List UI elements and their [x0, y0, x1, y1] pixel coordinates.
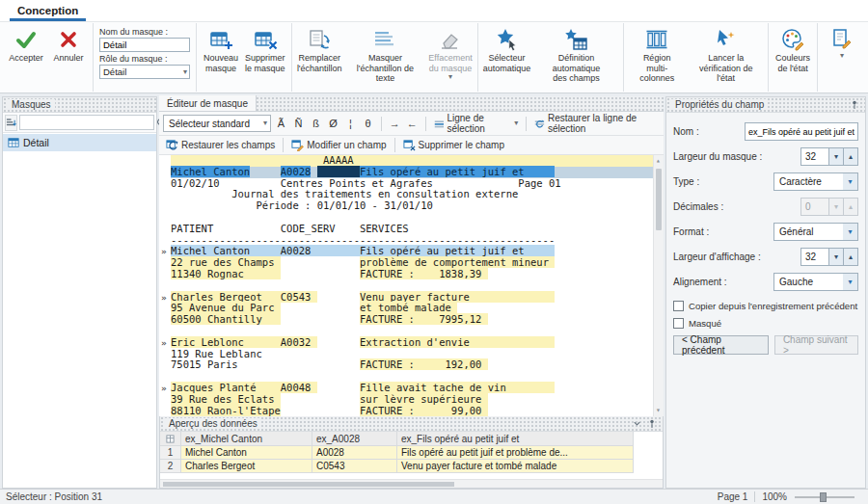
chevron-down-icon[interactable] [631, 418, 643, 430]
edit-field-icon [291, 139, 304, 151]
decimals-value: 0 [800, 198, 829, 216]
restore-fields-button[interactable]: Restaurer les champs [163, 137, 278, 154]
editor-line[interactable]: 88110 Raon-l'Etape FACTURE : 99,00 [171, 406, 664, 416]
multicolumn-region-button[interactable]: Région multi-colonnes [627, 25, 687, 86]
editor-line[interactable]: 11340 Rognac FACTURE : 1838,39 [171, 269, 664, 280]
mask-width-value[interactable]: 32 [800, 147, 829, 166]
run-state-check-button[interactable]: Lancer la vérification de l'état [687, 25, 765, 86]
alignment-select[interactable]: Gauche [773, 273, 858, 291]
editor-line[interactable]: 75015 Paris FACTURE : 192,00 [171, 359, 664, 371]
zoom-level[interactable]: 100% [762, 491, 787, 502]
preview-cell[interactable]: Michel Canton [181, 446, 312, 460]
spin-down-button[interactable] [829, 147, 844, 166]
ribbon: Conception Accepter Annuler Nom du masqu… [0, 0, 868, 93]
columns-icon [644, 27, 669, 52]
preview-row[interactable]: 1Michel CantonA0028Fils opéré au petit j… [160, 446, 663, 460]
scrollbar-thumb[interactable] [163, 482, 454, 487]
mask-name-input[interactable] [99, 38, 190, 52]
delete-field-button[interactable]: Supprimer le champ [400, 137, 507, 154]
preview-column-header[interactable]: ex_Fils opéré au petit juif et [397, 432, 634, 446]
masks-list-item[interactable]: Détail [3, 134, 156, 151]
preview-cell[interactable]: Charles Bergeot [181, 460, 312, 473]
preview-column-header[interactable]: ex_A0028 [312, 432, 397, 446]
properties-body: Nom : Largeur du masque : 32 Type : Cara… [666, 113, 865, 355]
pin-icon[interactable] [848, 99, 860, 111]
edit-field-button[interactable]: Modifier un champ [288, 137, 389, 154]
tab-conception[interactable]: Conception [10, 1, 86, 21]
tab-mask-editor[interactable]: Éditeur de masque [159, 95, 257, 111]
mask-role-select[interactable]: Détail [99, 65, 190, 79]
toolbar-separator [394, 138, 395, 152]
ribbon-group-auto: Sélecteur automatique Définition automat… [478, 23, 624, 92]
selection-line-dropdown[interactable]: Ligne de sélection [431, 115, 521, 132]
new-mask-button[interactable]: Nouveau masque [200, 25, 242, 75]
field-name-input[interactable] [745, 122, 858, 141]
display-width-value[interactable]: 32 [800, 248, 829, 266]
cancel-button[interactable]: Annuler [47, 25, 90, 66]
preview-panel-header: Aperçu des données [160, 416, 663, 432]
hide-sample-icon [372, 27, 397, 52]
copy-previous-checkbox[interactable] [673, 301, 684, 311]
scrollbar-thumb[interactable] [656, 169, 662, 230]
format-select[interactable]: Général [773, 223, 858, 241]
preview-cell[interactable]: C0543 [312, 460, 397, 473]
auto-selector-button[interactable]: Sélecteur automatique [481, 25, 532, 75]
spin-up-button[interactable] [844, 248, 858, 266]
trap-character-button[interactable]: Ñ [290, 115, 307, 132]
trap-character-button[interactable]: θ [360, 115, 376, 132]
preview-cell[interactable]: Venu payer facture et tombé malade [397, 460, 634, 473]
editor-line[interactable]: 39 Rue des Eclats sur lèvre supérieure [171, 394, 664, 406]
preview-cell[interactable]: A0028 [312, 446, 397, 460]
masks-panel-title: Masques [8, 99, 55, 110]
delete-mask-button[interactable]: Supprimer le masque [242, 25, 288, 75]
edit-document-button[interactable] [821, 25, 863, 62]
preview-row[interactable]: 2Charles BergeotC0543Venu payer facture … [160, 460, 663, 473]
editor-vertical-scrollbar[interactable] [653, 155, 664, 416]
trap-buttons: ÃÑßØ¦θ [273, 115, 376, 132]
pin-icon[interactable] [645, 418, 658, 430]
accept-button[interactable]: Accepter [5, 25, 47, 66]
spin-up-button[interactable] [844, 147, 858, 166]
next-field-button[interactable]: Champ suivant > [774, 335, 858, 355]
replace-sample-button[interactable]: Remplacer l'échantillon [295, 25, 344, 75]
editor-line[interactable]: 60500 Chantilly FACTURE : 7995,12 [171, 314, 664, 326]
mask-width-label: Largeur du masque : [673, 151, 800, 162]
state-colors-button[interactable]: Couleurs de l'état [772, 25, 814, 75]
preview-body: 1Michel CantonA0028Fils opéré au petit j… [160, 446, 663, 473]
ribbon-group-extra [818, 23, 866, 92]
mask-editor-content[interactable]: ÃÃÃÃÃMichel Canton A0028 Fils opéré au p… [159, 155, 664, 416]
editor-line[interactable] [171, 326, 664, 337]
preview-cell[interactable]: Fils opéré au petit juif et problème de.… [397, 446, 634, 460]
editor-line[interactable] [171, 280, 664, 292]
editor-toolbar-row1: Sélecteur standard ÃÑßØ¦θ →← Ligne de sé… [159, 112, 664, 136]
zoom-slider-thumb[interactable] [820, 492, 827, 502]
editor-line[interactable]: Période : 01/01/10 - 31/01/10 [171, 200, 664, 212]
trap-character-button[interactable]: Ã [273, 115, 289, 132]
editor-line[interactable]: »Jacques Planté A0048 Fille avait tache … [171, 383, 664, 394]
hide-sample-button[interactable]: Masquer l'échantillon de texte [344, 25, 426, 86]
trap-character-button[interactable]: ß [308, 115, 324, 132]
auto-fields-button[interactable]: Définition automatique des champs [532, 25, 620, 86]
chevron-down-icon [183, 68, 187, 76]
trap-character-button[interactable]: ¦ [342, 115, 359, 132]
sort-button[interactable] [5, 115, 17, 131]
shift-arrow-button[interactable]: → [387, 115, 403, 132]
shift-arrow-button[interactable]: ← [404, 115, 420, 132]
zoom-slider[interactable] [795, 496, 854, 498]
masks-search-input[interactable] [19, 115, 154, 130]
previous-field-button[interactable]: < Champ précédent [673, 335, 769, 355]
field-properties-panel: Propriétés du champ Nom : Largeur du mas… [665, 96, 866, 489]
preview-row-number: 2 [160, 460, 181, 473]
record-marker-icon: » [161, 292, 167, 304]
selector-type-dropdown[interactable]: Sélecteur standard [163, 115, 271, 132]
masked-checkbox[interactable] [673, 318, 684, 329]
status-separator [754, 491, 755, 502]
preview-column-header[interactable]: ex_Michel Canton [181, 432, 312, 446]
trap-character-button[interactable]: Ø [325, 115, 341, 132]
spin-down-button[interactable] [829, 248, 844, 266]
restore-selection-line-button[interactable]: Restaurer la ligne de sélection [531, 115, 660, 132]
erase-mask-button[interactable]: Effacement du masque [426, 25, 475, 83]
type-select[interactable]: Caractère [773, 172, 858, 191]
delete-field-icon [403, 139, 416, 151]
preview-horizontal-scrollbar[interactable] [160, 479, 663, 488]
